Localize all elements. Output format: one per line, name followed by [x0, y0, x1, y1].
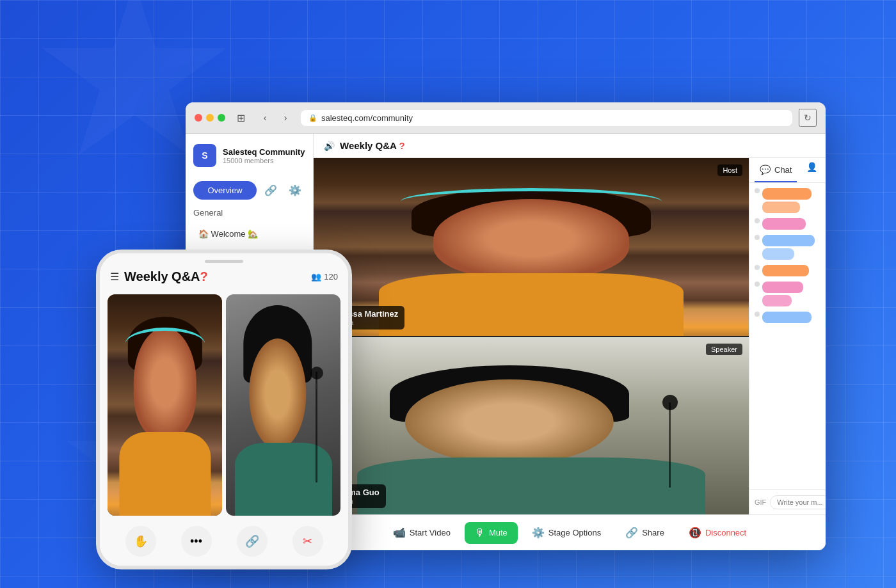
community-members: 15000 members: [223, 157, 305, 164]
stage-options-btn[interactable]: ⚙️ Stage Options: [522, 521, 611, 544]
topbar-title: Weekly Q&A ?: [340, 140, 405, 151]
phone-off-icon: 📵: [689, 527, 701, 539]
video-area: Host 🎙 Alyssa Martinez @alyssa: [314, 158, 749, 514]
chat-message-6: [755, 312, 820, 323]
mute-label: Mute: [489, 528, 508, 537]
phone-video-2: [226, 294, 340, 516]
host-badge: Host: [717, 164, 742, 176]
phone-toolbar: ✋ ••• 🔗 ✂: [100, 521, 348, 566]
community-logo: S: [193, 144, 216, 167]
chat-message-5: [755, 282, 820, 306]
share-icon[interactable]: 🔗: [260, 180, 281, 200]
sidebar-section-general: General: [193, 208, 305, 218]
address-text: salesteq.com/community: [321, 113, 413, 123]
share-icon: 🔗: [625, 527, 638, 539]
maximize-btn[interactable]: [218, 114, 225, 122]
chat-message-2: [755, 218, 820, 230]
phone-mute-btn[interactable]: ✂: [292, 526, 323, 557]
start-video-label: Start Video: [410, 528, 451, 537]
share-btn[interactable]: 🔗 Share: [615, 521, 675, 544]
chat-message-3: [755, 235, 820, 260]
disconnect-label: Disconnect: [705, 528, 746, 537]
phone-share-btn[interactable]: 🔗: [237, 526, 268, 557]
community-name: Salesteq Community: [223, 147, 305, 157]
start-video-btn[interactable]: 📹 Start Video: [383, 521, 461, 544]
chat-message-1: [755, 188, 820, 213]
phone-raise-hand-btn[interactable]: ✋: [125, 526, 156, 557]
hamburger-icon[interactable]: ☰: [110, 271, 119, 283]
video-slot-2: Speaker 🎙 Emma Guo @emma: [314, 337, 749, 515]
chat-tab-label: Chat: [774, 165, 792, 175]
topbar: 🔊 Weekly Q&A ?: [314, 134, 826, 158]
phone-video-area: [100, 289, 348, 521]
bottom-toolbar: 📹 Start Video 🎙 Mute ⚙️ Stage Options 🔗 …: [314, 514, 826, 550]
mute-btn[interactable]: 🎙 Mute: [465, 522, 518, 544]
speaker-badge: Speaker: [706, 344, 742, 355]
lock-icon: 🔒: [308, 114, 317, 122]
stage-options-label: Stage Options: [548, 528, 601, 537]
speaker-icon: 🔊: [324, 141, 335, 151]
main-content: 🔊 Weekly Q&A ?: [314, 134, 826, 550]
chat-tabs: 💬 Chat 👤: [749, 158, 826, 183]
settings-icon: ⚙️: [532, 527, 545, 539]
phone-notch: [205, 260, 243, 263]
phone-video-1: [108, 294, 222, 516]
traffic-lights: [195, 114, 225, 122]
community-header: S Salesteq Community 15000 members: [193, 144, 305, 172]
phone-more-btn[interactable]: •••: [181, 526, 212, 557]
back-btn[interactable]: ‹: [256, 109, 274, 127]
tab-chat[interactable]: 💬 Chat: [755, 158, 797, 182]
settings-icon[interactable]: ⚙️: [285, 180, 305, 200]
chat-panel: 💬 Chat 👤: [749, 158, 826, 514]
refresh-btn[interactable]: ↻: [799, 109, 817, 127]
panel-icon[interactable]: 👤: [803, 158, 820, 176]
forward-btn[interactable]: ›: [276, 109, 294, 127]
share-label: Share: [642, 528, 664, 537]
video-camera-icon: 📹: [393, 527, 406, 539]
browser-chrome: ⊞ ‹ › 🔒 salesteq.com/community ↻: [186, 102, 826, 134]
mic-icon: 🎙: [475, 527, 485, 539]
phone-members-count: 👥 120: [311, 272, 338, 282]
stage-area: Host 🎙 Alyssa Martinez @alyssa: [314, 158, 826, 514]
address-bar[interactable]: 🔒 salesteq.com/community: [301, 110, 792, 126]
browser-nav: ‹ ›: [256, 109, 294, 127]
sidebar-item-welcome[interactable]: 🏠 Welcome 🏡: [193, 225, 305, 242]
phone-title: Weekly Q&A?: [124, 269, 306, 284]
phone-mockup: ☰ Weekly Q&A? 👥 120: [96, 250, 352, 569]
chat-messages: [749, 183, 826, 489]
video-slot-1: Host 🎙 Alyssa Martinez @alyssa: [314, 158, 749, 336]
gif-label[interactable]: GIF: [755, 498, 766, 506]
disconnect-btn[interactable]: 📵 Disconnect: [678, 521, 756, 544]
chat-input[interactable]: [770, 495, 826, 509]
chat-icon: 💬: [760, 164, 771, 175]
chat-message-4: [755, 265, 820, 276]
close-btn[interactable]: [195, 114, 202, 122]
overview-btn[interactable]: Overview: [193, 181, 257, 200]
sidebar-toggle-icon[interactable]: ⊞: [232, 109, 250, 127]
minimize-btn[interactable]: [206, 114, 214, 122]
chat-input-area: GIF: [749, 489, 826, 514]
sidebar-buttons: Overview 🔗 ⚙️: [193, 180, 305, 200]
